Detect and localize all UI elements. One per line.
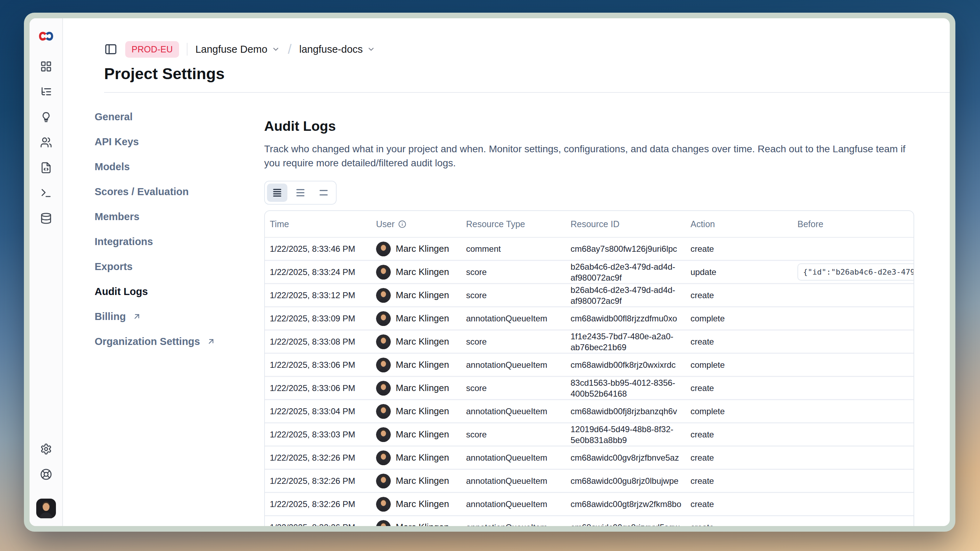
breadcrumb-divider: [187, 43, 188, 56]
cell-resource-type: score: [466, 291, 571, 300]
settings-nav-item-label: Audit Logs: [95, 284, 148, 299]
user-avatar: [376, 288, 391, 303]
user-avatar: [376, 241, 391, 256]
settings-nav-item[interactable]: Billing: [95, 310, 264, 324]
external-link-arrow-icon: [132, 312, 142, 321]
table-row: 1/22/2025, 8:32:26 PM Marc Klingen annot…: [265, 493, 913, 516]
cell-before: [797, 446, 913, 469]
user-avatar: [376, 474, 391, 488]
datasets-file-code-icon[interactable]: [40, 162, 52, 174]
cell-user: Marc Klingen: [376, 451, 466, 465]
settings-nav-item-label: Billing: [95, 310, 126, 324]
cell-resource-type: score: [466, 337, 571, 347]
column-header-user: User: [376, 219, 466, 229]
sidebar-toggle-icon[interactable]: [104, 43, 118, 56]
cell-resource-type: annotationQueueItem: [466, 314, 571, 324]
settings-nav-item[interactable]: Members: [95, 210, 264, 224]
icon-sidebar: [30, 18, 63, 526]
settings-nav-item[interactable]: API Keys: [95, 135, 264, 149]
settings-nav-item[interactable]: General: [95, 110, 264, 124]
cell-user: Marc Klingen: [376, 474, 466, 488]
environment-badge: PROD-EU: [125, 41, 179, 58]
cell-resource-id: cm68awidc00gv8rjzfbnve5az: [571, 452, 690, 463]
playground-terminal-icon[interactable]: [40, 187, 52, 199]
table-row: 1/22/2025, 8:33:04 PM Marc Klingen annot…: [265, 400, 913, 423]
cell-time: 1/22/2025, 8:33:46 PM: [270, 244, 376, 254]
row-height-medium-button[interactable]: [290, 184, 310, 202]
settings-nav-item[interactable]: Scores / Evaluation: [95, 184, 264, 198]
cell-before: [797, 516, 913, 526]
user-avatar: [376, 311, 391, 326]
cell-user: Marc Klingen: [376, 497, 466, 511]
settings-nav-item-label: Integrations: [95, 235, 153, 249]
before-json-chip[interactable]: {"id":"b26ab4c6-d2e3-479d-a: [797, 264, 913, 281]
database-icon[interactable]: [40, 213, 52, 224]
window-frame: PROD-EU Langfuse Demo / langfuse-docs Pr…: [24, 13, 955, 532]
cell-action: create: [690, 383, 797, 393]
column-header-before: Before: [797, 219, 913, 229]
org-selector[interactable]: Langfuse Demo: [195, 44, 280, 55]
cell-time: 1/22/2025, 8:33:06 PM: [270, 383, 376, 393]
row-height-large-button[interactable]: [313, 184, 334, 202]
table-row: 1/22/2025, 8:33:24 PM Marc Klingen score: [265, 261, 913, 284]
chevron-down-icon: [272, 45, 280, 54]
cell-before: [797, 284, 913, 306]
user-name: Marc Klingen: [396, 359, 449, 370]
info-icon[interactable]: [398, 220, 406, 228]
prompts-lightbulb-icon[interactable]: [40, 111, 52, 123]
settings-nav-item[interactable]: Audit Logs: [95, 284, 264, 299]
user-avatar: [376, 427, 391, 442]
user-avatar: [376, 404, 391, 419]
cell-resource-id: 1f1e2435-7bd7-480e-a2a0-ab76bec21b69: [571, 331, 690, 353]
cell-user: Marc Klingen: [376, 311, 466, 326]
cell-before: [797, 354, 913, 376]
cell-action: create: [690, 244, 797, 254]
dashboard-grid-icon[interactable]: [40, 60, 52, 72]
langfuse-logo-icon[interactable]: [38, 30, 54, 42]
cell-resource-type: annotationQueueItem: [466, 453, 571, 463]
cell-time: 1/22/2025, 8:33:04 PM: [270, 407, 376, 416]
cell-user: Marc Klingen: [376, 404, 466, 419]
breadcrumb-slash: /: [288, 42, 292, 57]
settings-nav-item[interactable]: Exports: [95, 259, 264, 273]
user-name: Marc Klingen: [396, 290, 449, 301]
audit-logs-section: Audit Logs Track who changed what in you…: [264, 110, 914, 526]
cell-user: Marc Klingen: [376, 381, 466, 395]
user-name: Marc Klingen: [396, 522, 449, 526]
project-selector[interactable]: langfuse-docs: [299, 44, 375, 55]
cell-before: [797, 423, 913, 446]
support-life-buoy-icon[interactable]: [40, 468, 52, 480]
breadcrumb: PROD-EU Langfuse Demo / langfuse-docs: [104, 41, 950, 58]
settings-nav: General API Keys Models: [95, 110, 264, 526]
sidebar-bottom-group: [36, 443, 56, 518]
cell-user: Marc Klingen: [376, 427, 466, 442]
cell-before: [797, 307, 913, 329]
settings-nav-item[interactable]: Integrations: [95, 235, 264, 249]
cell-resource-id: cm68awidb00fl8rjzzdfmu0xo: [571, 313, 690, 324]
cell-time: 1/22/2025, 8:32:26 PM: [270, 476, 376, 486]
users-icon[interactable]: [40, 137, 52, 148]
cell-action: create: [690, 522, 797, 526]
cell-resource-type: score: [466, 430, 571, 440]
user-avatar: [376, 451, 391, 465]
user-name: Marc Klingen: [396, 267, 449, 278]
cell-resource-id: cm68awidc00gt8rjzw2fkm8bo: [571, 499, 690, 510]
cell-resource-type: annotationQueueItem: [466, 407, 571, 416]
cell-time: 1/22/2025, 8:32:26 PM: [270, 453, 376, 463]
user-avatar[interactable]: [36, 499, 56, 518]
cell-before: [797, 493, 913, 515]
column-header-time: Time: [270, 219, 376, 229]
cell-before: [797, 470, 913, 492]
cell-resource-id: 83cd1563-bb95-4012-8356-400b52b64168: [571, 377, 690, 399]
cell-resource-id: 12019d64-5d49-48b8-8f32-5e0b831a8bb9: [571, 424, 690, 446]
cell-resource-id: cm68awidc00gu8rjz0lbujwpe: [571, 475, 690, 486]
row-height-small-button[interactable]: [267, 184, 287, 202]
tracing-list-tree-icon[interactable]: [40, 86, 52, 98]
settings-gear-icon[interactable]: [40, 443, 52, 455]
row-height-toggle-group: [264, 181, 337, 205]
cell-time: 1/22/2025, 8:33:12 PM: [270, 291, 376, 300]
table-row: 1/22/2025, 8:32:26 PM Marc Klingen annot…: [265, 516, 913, 526]
settings-nav-item[interactable]: Organization Settings: [95, 334, 264, 348]
settings-nav-item[interactable]: Models: [95, 160, 264, 174]
user-name: Marc Klingen: [396, 383, 449, 394]
